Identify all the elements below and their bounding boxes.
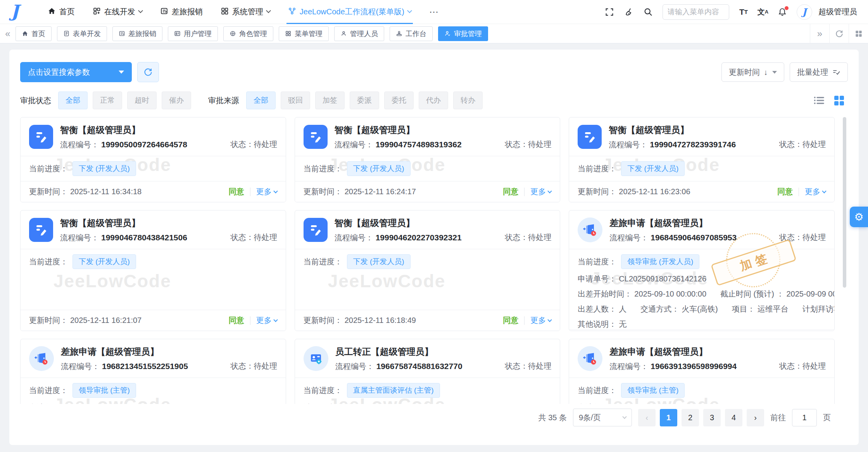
card-title: 智衡【超级管理员】 bbox=[60, 124, 224, 136]
card-title: 差旅申请【超级管理员】 bbox=[61, 346, 224, 358]
clear-cache-icon[interactable] bbox=[624, 7, 634, 17]
brand-logo[interactable]: J bbox=[11, 3, 19, 20]
approval-card[interactable]: 智衡【超级管理员】 流程编号：1999047574898319362 状态：待处… bbox=[295, 117, 561, 202]
approval-card[interactable]: 差旅申请【超级管理员】 流程编号：1968213451552251905 状态：… bbox=[20, 339, 286, 404]
username-label[interactable]: 超级管理员 bbox=[818, 7, 857, 17]
progress-tag: 下发 (开发人员) bbox=[72, 161, 136, 176]
tab-home[interactable]: 首页 bbox=[16, 26, 52, 41]
more-button[interactable]: 更多 bbox=[530, 186, 551, 197]
more-button[interactable]: 更多 bbox=[805, 186, 826, 197]
approval-card[interactable]: 员工转正【超级管理员】 流程编号：1966758745881632770 状态：… bbox=[295, 339, 561, 404]
page-button-2[interactable]: 2 bbox=[682, 409, 699, 426]
goto-page-input[interactable] bbox=[792, 409, 817, 426]
nav-item-home[interactable]: 首页 bbox=[48, 0, 75, 24]
tab-workbench[interactable]: 工作台 bbox=[390, 26, 433, 41]
chevron-down-icon bbox=[407, 8, 412, 13]
list-view-icon[interactable] bbox=[813, 95, 825, 105]
settings-fab[interactable]: ⚙ bbox=[850, 207, 868, 227]
status-badge: 状态：待处理 bbox=[779, 139, 826, 150]
tab-travel-expense[interactable]: 差旅报销 bbox=[112, 26, 162, 41]
vertical-scrollbar[interactable] bbox=[843, 117, 846, 288]
menu-search-input[interactable] bbox=[668, 8, 724, 16]
agree-button[interactable]: 同意 bbox=[503, 315, 518, 326]
tab-form-dev[interactable]: 表单开发 bbox=[57, 26, 107, 41]
approval-card[interactable]: 智衡【超级管理员】 流程编号：1999047278239391746 状态：待处… bbox=[569, 117, 835, 202]
employee-confirm-icon bbox=[304, 346, 328, 371]
layout-grid-icon[interactable] bbox=[849, 24, 868, 43]
approval-card[interactable]: 加签 差旅申请【超级管理员】 流程编号：1968459064697085953 … bbox=[569, 210, 835, 331]
search-params-button[interactable]: 点击设置搜索参数 bbox=[20, 62, 132, 82]
next-page-button[interactable]: › bbox=[747, 409, 764, 426]
status-filter-overtime[interactable]: 超时 bbox=[127, 91, 157, 109]
page-button-4[interactable]: 4 bbox=[725, 409, 742, 426]
source-filter-addsign[interactable]: 加签 bbox=[315, 91, 345, 109]
tab-role-mgmt[interactable]: 角色管理 bbox=[223, 26, 273, 41]
batch-process-button[interactable]: 批量处理 bbox=[790, 62, 848, 82]
search-icon[interactable] bbox=[643, 7, 653, 17]
source-filter-reject[interactable]: 驳回 bbox=[281, 91, 310, 109]
app-window: J 首页 在线开发 差旅报销 系统管理 JeeLowCod bbox=[0, 0, 868, 452]
tab-menu-mgmt[interactable]: 菜单管理 bbox=[279, 26, 329, 41]
progress-tag: 下发 (开发人员) bbox=[621, 161, 685, 176]
status-badge: 状态：待处理 bbox=[505, 232, 551, 243]
status-badge: 状态：待处理 bbox=[779, 361, 826, 371]
status-filter-urge[interactable]: 催办 bbox=[162, 91, 191, 109]
page-size-select[interactable]: 9条/页 bbox=[573, 409, 632, 426]
prev-page-button[interactable]: ‹ bbox=[638, 409, 656, 426]
agree-button[interactable]: 同意 bbox=[777, 186, 793, 197]
approval-card[interactable]: 智衡【超级管理员】 流程编号：1999046780438421506 状态：待处… bbox=[20, 210, 286, 331]
user-avatar[interactable]: J bbox=[797, 4, 812, 20]
approval-card[interactable]: 差旅申请【超级管理员】 流程编号：1966391396598996994 状态：… bbox=[569, 339, 835, 404]
status-badge: 状态：待处理 bbox=[231, 139, 277, 150]
source-filter-agent[interactable]: 代办 bbox=[419, 91, 448, 109]
page-unit-label: 页 bbox=[823, 412, 831, 423]
status-filter-all[interactable]: 全部 bbox=[58, 91, 88, 109]
more-button[interactable]: 更多 bbox=[530, 315, 551, 326]
sort-by-updated-button[interactable]: 更新时间↓ bbox=[721, 62, 784, 82]
source-filter-all[interactable]: 全部 bbox=[246, 91, 276, 109]
open-tabs: 首页 表单开发 差旅报销 用户管理 角色管理 菜单管理 bbox=[16, 26, 810, 41]
status-filter-normal[interactable]: 正常 bbox=[93, 91, 122, 109]
approval-card[interactable]: 智衡【超级管理员】 流程编号：1999046202270392321 状态：待处… bbox=[295, 210, 561, 331]
language-icon[interactable]: 文A bbox=[758, 7, 768, 17]
refresh-button[interactable] bbox=[137, 62, 159, 82]
tabs-scroll-left-icon[interactable]: « bbox=[0, 28, 16, 39]
agree-button[interactable]: 同意 bbox=[229, 186, 244, 197]
tab-admin-users[interactable]: 管理人员 bbox=[334, 26, 384, 41]
nav-more-icon[interactable]: ⋯ bbox=[429, 7, 439, 17]
source-filter-transfer[interactable]: 转办 bbox=[453, 91, 483, 109]
approval-panel: 点击设置搜索参数 更新时间↓ 批量处理 bbox=[9, 50, 859, 445]
agree-button[interactable]: 同意 bbox=[229, 315, 244, 326]
nav-item-system-mgmt[interactable]: 系统管理 bbox=[221, 0, 270, 24]
expense-icon bbox=[160, 7, 168, 17]
flow-number: 1999047574898319362 bbox=[376, 140, 462, 149]
fullscreen-icon[interactable] bbox=[604, 7, 614, 17]
page-button-1[interactable]: 1 bbox=[660, 409, 677, 426]
nav-item-travel-expense[interactable]: 差旅报销 bbox=[160, 0, 203, 24]
flow-number: 1999046780438421506 bbox=[101, 233, 187, 242]
toolbar-right: 更新时间↓ 批量处理 bbox=[721, 62, 848, 82]
nav-item-online-dev[interactable]: 在线开发 bbox=[93, 0, 142, 24]
tabs-scroll-right-icon[interactable]: » bbox=[810, 24, 829, 43]
source-filter-assign[interactable]: 委派 bbox=[350, 91, 379, 109]
tab-user-mgmt[interactable]: 用户管理 bbox=[168, 26, 218, 41]
tab-approval-mgmt[interactable]: 审批管理 bbox=[438, 26, 488, 41]
modules-icon bbox=[93, 7, 101, 17]
nav-item-workflow[interactable]: JeeLowCode工作流程(菜单版) bbox=[288, 0, 411, 24]
page-button-3[interactable]: 3 bbox=[703, 409, 721, 426]
font-size-icon[interactable]: TT bbox=[739, 7, 749, 17]
caret-down-icon bbox=[772, 71, 777, 74]
notification-bell-icon[interactable] bbox=[777, 7, 787, 17]
watermark: JeeLowCode bbox=[328, 271, 446, 292]
grid-view-icon[interactable] bbox=[834, 96, 844, 105]
travel-request-icon bbox=[578, 217, 602, 242]
more-button[interactable]: 更多 bbox=[256, 315, 277, 326]
approval-card[interactable]: 智衡【超级管理员】 流程编号：1999050097264664578 状态：待处… bbox=[20, 117, 286, 202]
card-title: 差旅申请【超级管理员】 bbox=[609, 346, 772, 358]
process-doc-icon bbox=[29, 218, 53, 242]
status-filter-label: 审批状态 bbox=[20, 95, 51, 106]
agree-button[interactable]: 同意 bbox=[503, 186, 518, 197]
more-button[interactable]: 更多 bbox=[256, 186, 277, 197]
tab-refresh-icon[interactable] bbox=[829, 24, 849, 43]
source-filter-entrust[interactable]: 委托 bbox=[384, 91, 414, 109]
